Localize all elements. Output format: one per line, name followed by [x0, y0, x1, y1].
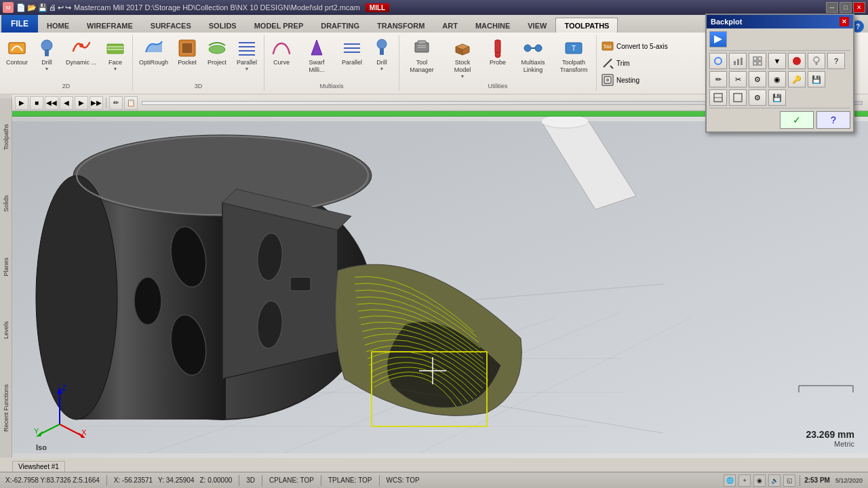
side-label-levels[interactable]: Levels [3, 321, 9, 339]
tab-art[interactable]: ART [433, 18, 467, 33]
redo-btn[interactable]: ↪ [65, 3, 71, 12]
status-wcs: WCS: TOP [387, 476, 420, 484]
tab-toolpaths[interactable]: TOOLPATHS [555, 18, 618, 33]
btn-probe[interactable]: Probe [484, 35, 512, 68]
status-sep1 [106, 475, 107, 486]
stop-btn[interactable]: ■ [30, 96, 43, 110]
bp-btn-red[interactable] [788, 53, 806, 69]
svg-rect-18 [380, 48, 384, 55]
prev-btn[interactable]: ◀ [60, 96, 73, 110]
bp-btn-pencil[interactable]: ✏ [709, 71, 727, 87]
btn-toolpath-transform[interactable]: T Toolpath Transform [554, 35, 593, 76]
tab-drafting[interactable]: DRAFTING [312, 18, 368, 33]
backplot-flag-btn[interactable] [709, 31, 727, 47]
svg-point-3 [79, 43, 83, 47]
open-btn[interactable]: 📂 [27, 3, 37, 12]
bp-btn-down[interactable]: ▼ [768, 53, 786, 69]
btn-project[interactable]: Project [203, 35, 231, 68]
bp-btn-question1[interactable]: ? [827, 53, 845, 69]
bp-btn-save2[interactable]: 💾 [768, 89, 786, 106]
btn-multiaxis-linking[interactable]: Multiaxis Linking [513, 35, 553, 76]
tab-wireframe[interactable]: WIREFRAME [78, 18, 142, 33]
group-3d: OptiRough Pocket Project Parallel ▼ [133, 35, 264, 91]
btn-nesting[interactable]: Nesting [599, 73, 641, 87]
backplot-help-btn[interactable]: ? [816, 111, 850, 129]
btn-dynamic[interactable]: Dynamic ... [62, 35, 100, 68]
btn-convert-5axis[interactable]: 5ax Convert to 5-axis [599, 39, 669, 54]
side-label-toolpaths[interactable]: Toolpaths [3, 124, 9, 150]
btn-parallel[interactable]: Parallel ▼ [233, 35, 261, 73]
status-sep3 [262, 475, 262, 486]
tab-model-prep[interactable]: MODEL PREP [245, 18, 313, 33]
backplot-close-btn[interactable]: ✕ [840, 17, 849, 26]
btn-swarf[interactable]: Swarf Milli... [297, 35, 336, 76]
play-btn[interactable]: ▶ [15, 96, 28, 110]
bp-btn-light[interactable] [808, 53, 825, 69]
backplot-row1: ▼ ? [709, 53, 850, 69]
tab-home[interactable]: HOME [38, 18, 78, 33]
svg-text:Y: Y [34, 427, 39, 435]
svg-rect-52 [290, 277, 311, 291]
side-label-solids[interactable]: Solids [3, 195, 9, 212]
status-icon4[interactable]: 🔊 [768, 474, 781, 487]
tab-transform[interactable]: TRANSFORM [368, 18, 433, 33]
svg-point-60 [541, 117, 589, 128]
side-label-planes[interactable]: Planes [3, 258, 9, 277]
edit-btn[interactable]: ✏ [109, 96, 123, 110]
svg-text:5ax: 5ax [604, 44, 612, 49]
btn-contour[interactable]: Contour [3, 35, 31, 68]
copy-btn[interactable]: 📋 [124, 96, 138, 110]
btn-stock-model[interactable]: Stock Model ▼ [443, 35, 482, 81]
bp-btn-box2[interactable] [729, 89, 747, 106]
btn-optirough[interactable]: OptiRough [136, 35, 172, 68]
bp-btn-chart[interactable] [729, 53, 747, 69]
undo-btn[interactable]: ↩ [58, 3, 64, 12]
tab-solids[interactable]: SOLIDS [200, 18, 245, 33]
tab-surfaces[interactable]: SURFACES [142, 18, 200, 33]
btn-drill2[interactable]: Drill ▼ [368, 35, 396, 73]
viewsheet-tab[interactable]: Viewsheet #1 [12, 461, 65, 472]
forward-btn[interactable]: ▶▶ [90, 96, 103, 110]
face-label: Face [108, 59, 122, 66]
btn-curve[interactable]: Curve [267, 35, 296, 68]
bp-btn-scissors[interactable]: ✂ [729, 71, 747, 87]
bp-btn-grid[interactable] [749, 53, 766, 69]
tab-view[interactable]: VIEW [519, 18, 555, 33]
bp-btn-box1[interactable] [709, 89, 727, 106]
bp-btn-save[interactable]: 💾 [808, 71, 825, 87]
status-icon1[interactable]: 🌐 [724, 474, 736, 487]
maximize-btn[interactable]: □ [840, 2, 852, 13]
btn-pocket[interactable]: Pocket [173, 35, 201, 68]
status-icon5[interactable]: ◱ [783, 474, 795, 487]
tab-file[interactable]: FILE [1, 15, 38, 33]
status-icon2[interactable]: + [738, 474, 751, 487]
bp-btn-circle[interactable] [709, 53, 727, 69]
next-btn[interactable]: ▶ [75, 96, 88, 110]
tab-machine[interactable]: MACHINE [467, 18, 519, 33]
svg-point-84 [793, 57, 801, 65]
bp-btn-settings2[interactable]: ⚙ [749, 89, 766, 106]
minimize-btn[interactable]: ─ [826, 2, 838, 13]
svg-rect-34 [606, 79, 609, 81]
status-icon3[interactable]: ◉ [753, 474, 766, 487]
close-btn[interactable]: ✕ [853, 2, 865, 13]
bp-btn-target[interactable]: ◉ [768, 71, 786, 87]
btn-drill[interactable]: Drill ▼ [33, 35, 61, 73]
bp-btn-key[interactable]: 🔑 [788, 71, 806, 87]
svg-rect-2 [45, 49, 49, 56]
status-tplane: TPLANE: TOP [328, 476, 372, 484]
multiaxis-linking-icon [522, 37, 544, 59]
new-btn[interactable]: 📄 [16, 3, 26, 12]
btn-trim[interactable]: Trim [599, 56, 631, 70]
group-multiaxis-label: Multiaxis [267, 81, 396, 91]
backplot-confirm-btn[interactable]: ✓ [780, 111, 814, 129]
btn-face[interactable]: Face ▼ [101, 35, 130, 73]
btn-parallel2[interactable]: Parallel [338, 35, 366, 68]
save-btn[interactable]: 💾 [38, 3, 47, 12]
print-btn[interactable]: 🖨 [49, 3, 56, 12]
btn-tool-manager[interactable]: Tool Manager [402, 35, 441, 76]
statusbar: X:-62.7958 Y:83.7326 Z:5.1664 X: -56.235… [0, 472, 868, 488]
rewind-btn[interactable]: ◀◀ [45, 96, 58, 110]
side-label-recent[interactable]: Recent Functions [3, 384, 9, 432]
bp-btn-gear[interactable]: ⚙ [749, 71, 766, 87]
